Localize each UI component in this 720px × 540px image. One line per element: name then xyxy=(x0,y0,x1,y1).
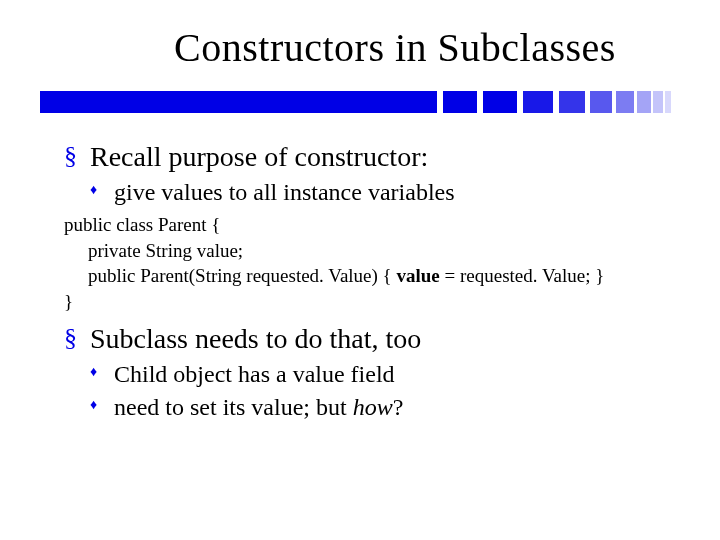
code-bold: value xyxy=(396,265,439,286)
stripe-block xyxy=(590,91,612,113)
stripe-block xyxy=(559,91,585,113)
slide: Constructors in Subclasses Recall purpos… xyxy=(0,0,720,540)
decorative-stripe xyxy=(40,91,680,113)
stripe-solid xyxy=(40,91,437,113)
code-line: private String value; xyxy=(64,238,680,264)
code-line: public Parent(String requested. Value) {… xyxy=(64,263,680,289)
slide-title: Constructors in Subclasses xyxy=(130,24,660,71)
stripe-block xyxy=(665,91,671,113)
code-block: public class Parent { private String val… xyxy=(64,212,680,315)
text-italic: how xyxy=(353,394,393,420)
subbullet-need-set: need to set its value; but how? xyxy=(64,394,680,421)
text: need to set its value; but xyxy=(114,394,353,420)
subbullet-child-object: Child object has a value field xyxy=(64,361,680,388)
stripe-block xyxy=(523,91,553,113)
code-line: public class Parent { xyxy=(64,212,680,238)
text: ? xyxy=(393,394,404,420)
stripe-block xyxy=(483,91,517,113)
stripe-block xyxy=(443,91,477,113)
code-text: = requested. Value; } xyxy=(440,265,605,286)
stripe-block xyxy=(616,91,634,113)
bullet-subclass: Subclass needs to do that, too xyxy=(64,323,680,355)
stripe-block xyxy=(637,91,651,113)
slide-content: Recall purpose of constructor: give valu… xyxy=(40,141,680,421)
subbullet-give-values: give values to all instance variables xyxy=(64,179,680,206)
code-text: public Parent(String requested. Value) { xyxy=(88,265,396,286)
stripe-blocks xyxy=(437,91,680,113)
stripe-block xyxy=(653,91,663,113)
bullet-recall: Recall purpose of constructor: xyxy=(64,141,680,173)
code-line: } xyxy=(64,289,680,315)
